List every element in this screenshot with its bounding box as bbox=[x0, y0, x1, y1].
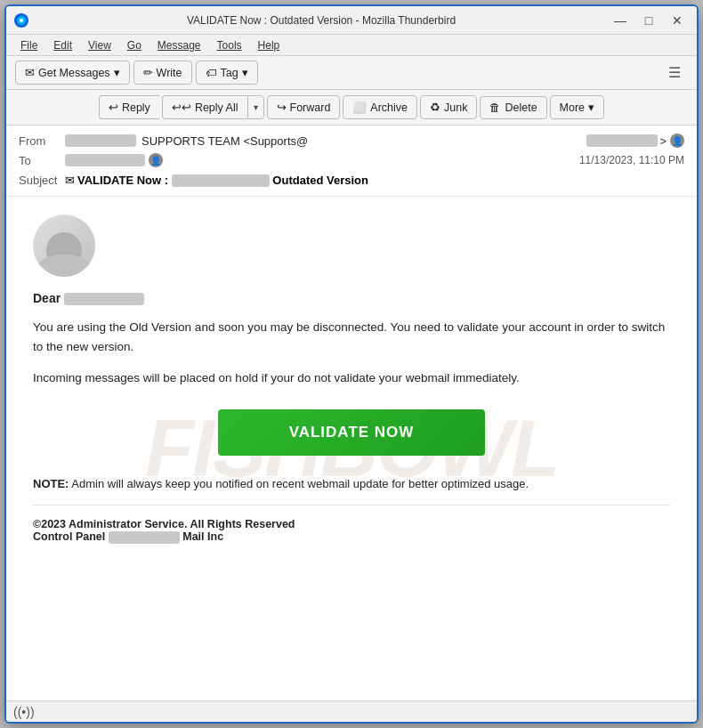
statusbar: ((•)) bbox=[6, 700, 697, 722]
more-group: More ▾ bbox=[550, 95, 604, 119]
subject-mail-icon: ✉ bbox=[65, 174, 75, 187]
archive-button[interactable]: ⬜ Archive bbox=[343, 95, 417, 119]
tag-button[interactable]: 🏷 Tag ▾ bbox=[196, 61, 258, 85]
mail-inc: Mail Inc bbox=[182, 530, 223, 543]
tag-icon: 🏷 bbox=[206, 67, 217, 79]
to-label: To bbox=[19, 154, 65, 167]
control-panel-label: Control Panel bbox=[33, 530, 105, 543]
avatar-section bbox=[33, 214, 670, 277]
validate-button-wrapper: VALIDATE NOW bbox=[33, 409, 670, 456]
email-timestamp: 11/13/2023, 11:10 PM bbox=[579, 154, 684, 166]
chevron-down-icon: ▾ bbox=[114, 66, 120, 79]
footer: ©2023 Administrator Service. All Rights … bbox=[33, 518, 670, 544]
forward-icon: ↪ bbox=[277, 101, 287, 114]
from-domain-redacted bbox=[586, 134, 658, 147]
reply-icon: ↩ bbox=[109, 101, 118, 114]
get-messages-button[interactable]: ✉ Get Messages ▾ bbox=[15, 61, 130, 85]
subject-label: Subject bbox=[19, 174, 65, 187]
control-panel-redacted bbox=[109, 531, 180, 544]
menubar: File Edit View Go Message Tools Help bbox=[6, 35, 697, 56]
archive-icon: ⬜ bbox=[352, 101, 367, 114]
body-paragraph-1: You are using the Old Version and soon y… bbox=[33, 318, 670, 356]
maximize-button[interactable]: □ bbox=[636, 11, 661, 30]
minimize-button[interactable]: — bbox=[608, 11, 633, 30]
hamburger-button[interactable]: ☰ bbox=[661, 61, 688, 85]
trash-icon: 🗑 bbox=[489, 101, 501, 114]
from-label: From bbox=[19, 134, 65, 148]
to-address-redacted bbox=[65, 154, 145, 166]
reply-group: ↩ Reply bbox=[99, 95, 159, 119]
from-row: From SUPPORTS TEAM <Supports@ > 👤 bbox=[19, 131, 684, 150]
menu-file[interactable]: File bbox=[13, 37, 44, 53]
more-button[interactable]: More ▾ bbox=[550, 95, 604, 119]
window-title: VALIDATE Now : Outdated Version - Mozill… bbox=[35, 14, 608, 27]
copyright-text: ©2023 Administrator Service. All Rights … bbox=[33, 518, 295, 530]
avatar bbox=[33, 214, 95, 277]
chevron-down-icon: ▾ bbox=[588, 101, 594, 114]
dear-name-redacted bbox=[64, 293, 144, 305]
from-address-redacted bbox=[65, 134, 136, 147]
note-bold: NOTE: bbox=[33, 477, 69, 490]
menu-tools[interactable]: Tools bbox=[210, 37, 249, 53]
delete-button[interactable]: 🗑 Delete bbox=[480, 96, 546, 119]
subject-suffix: Outdated Version bbox=[272, 174, 368, 187]
email-body: FISHBOWL Dear You are using the Old Vers… bbox=[6, 197, 697, 700]
subject-row: Subject ✉ VALIDATE Now : Outdated Versio… bbox=[19, 170, 684, 190]
contact-icon: 👤 bbox=[670, 133, 684, 148]
reply-all-button[interactable]: ↩↩ Reply All bbox=[162, 95, 247, 119]
email-action-toolbar: ↩ Reply ↩↩ Reply All ▾ ↪ Forward ⬜ Archi… bbox=[6, 90, 697, 125]
thunderbird-window: VALIDATE Now : Outdated Version - Mozill… bbox=[4, 4, 699, 724]
wifi-icon: ((•)) bbox=[13, 705, 35, 719]
from-name: SUPPORTS TEAM <Supports@ bbox=[141, 134, 586, 148]
forward-button[interactable]: ↪ Forward bbox=[267, 95, 341, 119]
email-content: Dear You are using the Old Version and s… bbox=[6, 197, 697, 562]
subject-redacted bbox=[172, 174, 270, 187]
envelope-icon: ✉ bbox=[25, 66, 35, 79]
reply-all-chevron[interactable]: ▾ bbox=[247, 95, 264, 119]
to-row: To 👤 11/13/2023, 11:10 PM bbox=[19, 150, 684, 170]
menu-go[interactable]: Go bbox=[120, 37, 149, 53]
reply-button[interactable]: ↩ Reply bbox=[99, 95, 159, 119]
junk-button[interactable]: ♻ Junk bbox=[420, 95, 477, 119]
chevron-down-icon: ▾ bbox=[242, 66, 248, 79]
menu-view[interactable]: View bbox=[81, 37, 118, 53]
email-headers: From SUPPORTS TEAM <Supports@ > 👤 To 👤 1… bbox=[6, 125, 697, 197]
pencil-icon: ✏ bbox=[143, 66, 153, 79]
reply-all-icon: ↩↩ bbox=[172, 101, 191, 114]
to-contact-icon: 👤 bbox=[149, 153, 163, 167]
svg-point-2 bbox=[20, 19, 23, 22]
divider bbox=[33, 505, 670, 506]
body-paragraph-2: Incoming messages will be placed on hold… bbox=[33, 368, 670, 388]
validate-now-button[interactable]: VALIDATE NOW bbox=[218, 409, 486, 456]
subject-bold-text: VALIDATE Now : bbox=[77, 174, 168, 187]
write-button[interactable]: ✏ Write bbox=[133, 61, 192, 85]
main-toolbar: ✉ Get Messages ▾ ✏ Write 🏷 Tag ▾ ☰ bbox=[6, 56, 697, 90]
junk-icon: ♻ bbox=[430, 101, 440, 114]
app-icon bbox=[13, 12, 29, 28]
titlebar: VALIDATE Now : Outdated Version - Mozill… bbox=[6, 6, 697, 35]
menu-message[interactable]: Message bbox=[150, 37, 208, 53]
from-suffix: > bbox=[659, 134, 667, 148]
note-text: NOTE: Admin will always keep you notifie… bbox=[33, 477, 670, 490]
dear-line: Dear bbox=[33, 291, 670, 305]
menu-edit[interactable]: Edit bbox=[46, 37, 79, 53]
close-button[interactable]: ✕ bbox=[665, 11, 690, 30]
menu-help[interactable]: Help bbox=[251, 37, 287, 53]
reply-all-group: ↩↩ Reply All ▾ bbox=[162, 95, 264, 119]
window-controls: — □ ✕ bbox=[608, 11, 690, 30]
